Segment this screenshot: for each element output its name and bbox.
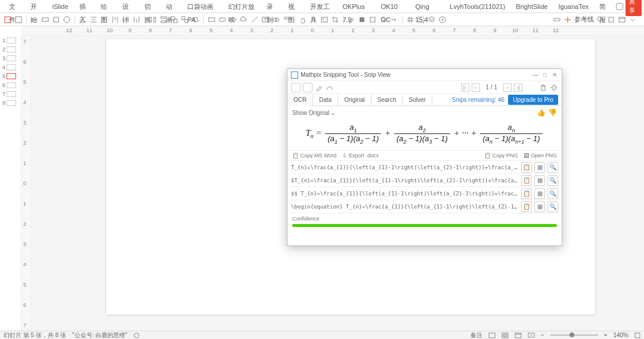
view-normal-icon[interactable]: [488, 332, 496, 338]
distribute-v-icon[interactable]: [159, 15, 168, 24]
grid-icon[interactable]: [406, 15, 414, 24]
thumbs-down-icon[interactable]: 👎: [548, 108, 557, 117]
chevron-down-icon[interactable]: ⌄: [330, 110, 335, 116]
thumb-1[interactable]: 1: [0, 36, 21, 45]
tab-design[interactable]: 设计: [117, 0, 138, 13]
align-top-icon[interactable]: [111, 15, 119, 24]
tab-solver[interactable]: Solver: [403, 94, 432, 106]
tool-icon-5[interactable]: [52, 15, 60, 24]
tab-draw[interactable]: 绘图: [95, 0, 117, 13]
shape-rrect-icon[interactable]: [218, 15, 227, 24]
first-page-icon[interactable]: |‹: [461, 83, 469, 92]
thumb-5[interactable]: 5: [0, 71, 21, 80]
tab-devtools[interactable]: 开发工具: [305, 0, 338, 13]
zoom-out[interactable]: −: [541, 332, 544, 338]
sync-icon[interactable]: [616, 3, 623, 10]
outline-icon[interactable]: [369, 15, 377, 24]
tool-icon-1[interactable]: [4, 15, 12, 24]
layers-icon[interactable]: [428, 15, 436, 24]
tab-pocketanim[interactable]: 口袋动画 PA: [182, 0, 223, 13]
shape-line-icon[interactable]: [250, 15, 259, 24]
thumb-2[interactable]: 2: [0, 45, 21, 54]
thumb-3[interactable]: 3: [0, 54, 21, 63]
tab-ok10[interactable]: OK10 GC: [376, 0, 410, 13]
ungroup-icon[interactable]: [181, 15, 189, 24]
zoom-value[interactable]: 140%: [613, 332, 628, 338]
tab-slideshow[interactable]: 幻灯片放映: [223, 0, 261, 13]
attach-icon[interactable]: [299, 15, 307, 24]
tab-qing[interactable]: Qing 15.4: [410, 0, 445, 13]
tab-brightslide[interactable]: BrightSlide: [510, 0, 553, 13]
tab-data[interactable]: Data: [313, 94, 338, 106]
tab-islide[interactable]: iSlide: [47, 0, 74, 13]
crop-icon[interactable]: [331, 15, 339, 24]
fit-window-icon[interactable]: [634, 332, 640, 338]
tool-icon-6[interactable]: [63, 15, 71, 24]
search-icon[interactable]: 🔍: [547, 175, 558, 186]
fit-icon[interactable]: [607, 15, 615, 24]
insert-icon[interactable]: ▦: [534, 162, 545, 173]
align-bottom-icon[interactable]: [132, 15, 141, 24]
tab-jianbao[interactable]: 简报: [594, 0, 615, 13]
open-png-button[interactable]: 🖼 Open PNG: [524, 153, 557, 158]
tab-home[interactable]: 开始: [25, 0, 47, 13]
copy-icon[interactable]: 📋: [521, 162, 532, 173]
maximize-icon[interactable]: □: [541, 71, 549, 79]
tab-transitions[interactable]: 切换: [139, 0, 160, 13]
more-icon[interactable]: [628, 15, 637, 24]
rotate-icon[interactable]: [191, 15, 200, 24]
upgrade-button[interactable]: Upgrade to Pro: [508, 95, 558, 105]
page-icon[interactable]: [303, 83, 312, 92]
window-icon[interactable]: [618, 15, 626, 24]
thumb-8[interactable]: 8: [0, 98, 21, 107]
snip-icon[interactable]: [291, 83, 301, 92]
last-page-icon[interactable]: ›|: [514, 83, 522, 92]
arrow-icon[interactable]: [390, 15, 398, 24]
tab-original[interactable]: Original: [338, 94, 371, 106]
view-reading-icon[interactable]: [515, 332, 522, 338]
mathpix-titlebar[interactable]: Mathpix Snipping Tool - Snip View — □ ✕: [287, 69, 562, 81]
export-docx-button[interactable]: ⇩ Export .docx: [342, 153, 379, 158]
shape-cloud-icon[interactable]: [240, 15, 248, 24]
copy-word-button[interactable]: 📋 Copy MS Word: [292, 153, 336, 158]
eyedrop-icon[interactable]: [347, 15, 355, 24]
search-icon[interactable]: 🔍: [547, 201, 558, 212]
tab-search[interactable]: Search: [371, 94, 403, 106]
close-icon[interactable]: ✕: [551, 71, 558, 79]
zoom-slider[interactable]: [550, 334, 598, 336]
tab-animations[interactable]: 动画: [160, 0, 182, 13]
thumb-6[interactable]: 6: [0, 80, 21, 89]
fill-icon[interactable]: [358, 15, 366, 24]
tab-file[interactable]: 文件: [4, 0, 25, 13]
selection-icon[interactable]: [417, 15, 425, 24]
textbox-icon[interactable]: [261, 15, 270, 24]
tool-icon-2[interactable]: [14, 15, 23, 24]
star-icon[interactable]: [379, 15, 388, 24]
picture-icon[interactable]: [320, 15, 329, 24]
insert-icon[interactable]: ▦: [534, 175, 545, 186]
tab-okplus[interactable]: OKPlus 7.9: [337, 0, 375, 13]
shape-oval-icon[interactable]: [229, 15, 237, 24]
tab-lvyh[interactable]: LvyhTools(211021): [444, 0, 510, 13]
draw-icon[interactable]: [326, 83, 334, 92]
copy-icon[interactable]: 📋: [521, 201, 532, 212]
group-icon[interactable]: [170, 15, 178, 24]
next-page-icon[interactable]: ›: [503, 83, 512, 92]
thumbs-up-icon[interactable]: 👍: [537, 108, 546, 117]
align-center-icon[interactable]: [89, 15, 98, 24]
minimize-icon[interactable]: —: [532, 71, 539, 79]
gear-icon[interactable]: [550, 83, 558, 92]
copy-png-button[interactable]: 📋 Copy PNG: [484, 153, 518, 158]
merge-icon[interactable]: [272, 15, 280, 24]
search-icon[interactable]: 🔍: [547, 188, 558, 199]
ruler-icon[interactable]: [553, 15, 561, 24]
anim-icon[interactable]: [438, 15, 447, 24]
copy-icon[interactable]: 📋: [521, 175, 532, 186]
zoom-in-icon[interactable]: [596, 15, 605, 24]
view-sorter-icon[interactable]: [501, 332, 509, 338]
align-right-icon[interactable]: [100, 15, 109, 24]
insert-icon[interactable]: ▦: [534, 188, 545, 199]
thumb-7[interactable]: 7: [0, 89, 21, 98]
show-original-toggle[interactable]: Show Original: [292, 110, 329, 116]
edit-icon[interactable]: [315, 83, 323, 92]
